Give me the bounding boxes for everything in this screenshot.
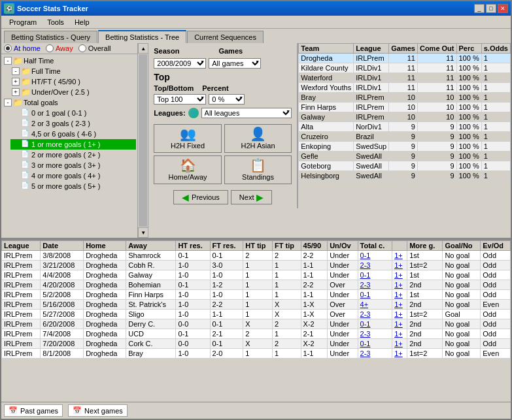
next-button[interactable]: Next ▶ xyxy=(231,190,273,204)
stats-row[interactable]: Cruzeiro Brazil 9 9 100 % 1 xyxy=(299,132,511,142)
data-table: LeagueDateHomeAwayHT res.FT res.HT tipFT… xyxy=(1,240,511,359)
tab-tree[interactable]: Betting Statistics - Tree xyxy=(98,30,186,43)
stats-row[interactable]: Goteborg SwedAll 9 9 100 % 1 xyxy=(299,161,511,171)
cell-d-moreg: 2nd xyxy=(407,319,443,329)
cell-league: SwedAll xyxy=(354,152,389,161)
tree-item-htft[interactable]: + 📁 HT/FT ( 45/90 ) xyxy=(10,76,136,87)
folder-icon: 📁 xyxy=(13,56,22,65)
data-row[interactable]: IRLPrem 5/2/2008 Drogheda Finn Harps 1-0… xyxy=(2,290,511,300)
scroll-up-btn[interactable]: ▲ xyxy=(138,43,148,54)
tree-item-4ormore[interactable]: 📄 4 or more goals ( 4+ ) xyxy=(10,170,136,181)
stats-row[interactable]: Enkoping SwedSup 9 9 100 % 1 xyxy=(299,142,511,152)
past-games-label: Past games xyxy=(20,407,58,415)
expand-underover[interactable]: + xyxy=(12,88,20,96)
cell-games: 9 xyxy=(389,142,418,152)
standings-button[interactable]: 📋 Standings xyxy=(224,155,292,184)
radio-home-circle xyxy=(4,44,12,52)
h2h-fixed-button[interactable]: 👥 H2H Fixed xyxy=(154,124,222,153)
close-button[interactable]: ✕ xyxy=(498,4,508,13)
cell-team: Galway xyxy=(299,112,354,122)
cell-d-plus: 1+ xyxy=(392,290,407,300)
cell-d-evod: Odd xyxy=(481,261,511,270)
cell-d-plus: 1+ xyxy=(392,280,407,290)
tree-item-0or1[interactable]: 📄 0 or 1 goal ( 0-1 ) xyxy=(10,108,136,118)
scroll-thumb[interactable] xyxy=(139,54,147,227)
stats-row[interactable]: Wexford Youths IRLDiv1 11 11 100 % 1 xyxy=(299,83,511,93)
expand-htft[interactable]: + xyxy=(12,78,20,86)
stats-row[interactable]: Finn Harps IRLPrem 10 10 100 % 1 xyxy=(299,103,511,112)
tab-current[interactable]: Current Sequences xyxy=(187,31,264,43)
cell-d-ftres: 0-1 xyxy=(210,339,243,349)
maximize-button[interactable]: □ xyxy=(486,4,496,13)
stats-row[interactable]: Gefle SwedAll 9 9 100 % 1 xyxy=(299,152,511,161)
data-row[interactable]: IRLPrem 8/1/2008 Drogheda Bray 1-0 2-0 1… xyxy=(2,349,511,359)
scroll-down-btn[interactable]: ▼ xyxy=(138,227,148,238)
games-select[interactable]: All games xyxy=(209,58,261,69)
tree-item-4or6[interactable]: 📄 4,5 or 6 goals ( 4-6 ) xyxy=(10,129,136,139)
data-row[interactable]: IRLPrem 4/4/2008 Drogheda Galway 1-0 1-0… xyxy=(2,270,511,280)
past-games-item[interactable]: 📅 Past games xyxy=(4,404,63,417)
expand-halftime[interactable]: - xyxy=(4,57,12,65)
expand-fulltime[interactable]: - xyxy=(12,67,20,75)
cell-d-ftres: 1-0 xyxy=(210,270,243,280)
tree-item-2ormore[interactable]: 📄 2 or more goals ( 2+ ) xyxy=(10,150,136,160)
tree-item-underover[interactable]: + 📁 Under/Over ( 2.5 ) xyxy=(10,87,136,97)
topbottom-select[interactable]: Top 100 xyxy=(154,94,206,105)
radio-home[interactable]: At home xyxy=(4,44,41,52)
cell-team: Gefle xyxy=(299,152,354,161)
data-row[interactable]: IRLPrem 3/21/2008 Drogheda Cobh R. 1-0 3… xyxy=(2,261,511,270)
cell-comeout: 10 xyxy=(417,103,456,112)
data-row[interactable]: IRLPrem 5/27/2008 Drogheda Sligo 1-0 1-1… xyxy=(2,310,511,319)
cell-d-unov: Under xyxy=(328,349,358,359)
h2h-asian-button[interactable]: 👤 H2H Asian xyxy=(224,124,292,153)
next-games-item[interactable]: 📅 Next games xyxy=(68,404,128,417)
stats-row[interactable]: Helsingborg SwedAll 9 9 100 % 1 xyxy=(299,171,511,181)
tree-item-fulltime[interactable]: - 📁 Full Time xyxy=(10,66,136,76)
stats-row[interactable]: Waterford IRLDiv1 11 11 100 % 1 xyxy=(299,73,511,83)
cell-d-htres: 0-1 xyxy=(176,251,210,261)
cell-perc: 100 % xyxy=(456,83,481,93)
data-row[interactable]: IRLPrem 7/20/2008 Drogheda Cork C. 0-0 0… xyxy=(2,339,511,349)
tree-item-halftime[interactable]: - 📁 Half Time xyxy=(3,56,136,66)
menu-help[interactable]: Help xyxy=(69,18,95,27)
tab-query[interactable]: Betting Statistics - Query xyxy=(4,31,97,43)
cell-d-htres: 1-0 xyxy=(176,349,210,359)
cell-d-htres: 1-0 xyxy=(176,261,210,270)
data-row[interactable]: IRLPrem 7/4/2008 Drogheda UCD 0-1 2-1 2 … xyxy=(2,329,511,339)
tree-item-5ormore[interactable]: 📄 5 or more goals ( 5+ ) xyxy=(10,181,136,191)
tree-item-3ormore[interactable]: 📄 3 or more goals ( 3+ ) xyxy=(10,160,136,170)
data-row[interactable]: IRLPrem 3/8/2008 Drogheda Shamrock 0-1 0… xyxy=(2,251,511,261)
cell-perc: 100 % xyxy=(456,54,481,63)
tree-item-2or3[interactable]: 📄 2 or 3 goals ( 2-3 ) xyxy=(10,118,136,129)
cell-games: 9 xyxy=(389,161,418,171)
tree-item-1ormore[interactable]: 📄 1 or more goals ( 1+ ) xyxy=(10,139,136,150)
minimize-button[interactable]: _ xyxy=(474,4,485,13)
stats-row[interactable]: Drogheda IRLPrem 11 11 100 % 1 xyxy=(299,54,511,63)
stats-table-area: Team League Games Come Out Perc s.Odds D… xyxy=(298,43,511,208)
data-row[interactable]: IRLPrem 6/20/2008 Drogheda Derry C. 0-0 … xyxy=(2,319,511,329)
previous-button[interactable]: ◀ Previous xyxy=(173,190,228,204)
stats-row[interactable]: Kildare County IRLDiv1 11 11 100 % 1 xyxy=(299,63,511,73)
menu-tools[interactable]: Tools xyxy=(42,18,69,27)
expand-totalgoals[interactable]: - xyxy=(4,99,12,106)
stats-row[interactable]: Alta NorDiv1 9 9 100 % 1 xyxy=(299,122,511,132)
menu-program[interactable]: Program xyxy=(4,18,42,27)
cell-d-goaln: No goal xyxy=(443,329,481,339)
cell-d-htres: 1-0 xyxy=(176,300,210,310)
radio-away[interactable]: Away xyxy=(46,44,73,52)
stats-row[interactable]: Galway IRLPrem 10 10 100 % 1 xyxy=(299,112,511,122)
cell-d-league: IRLPrem xyxy=(2,329,41,339)
stats-row[interactable]: Bray IRLPrem 10 10 100 % 1 xyxy=(299,93,511,103)
radio-overall[interactable]: Overall xyxy=(78,44,111,52)
home-away-button[interactable]: 🏠 Home/Away xyxy=(154,155,222,184)
tree-item-totalgoals[interactable]: - 📁 Total goals xyxy=(3,97,136,108)
data-row[interactable]: IRLPrem 4/20/2008 Drogheda Bohemian 0-1 … xyxy=(2,280,511,290)
status-bar: 📅 Past games 📅 Next games xyxy=(1,402,511,419)
cell-d-unov: Over xyxy=(328,300,358,310)
season-select[interactable]: 2008/2009 xyxy=(154,58,206,69)
tree-scrollbar[interactable]: ▲ ▼ xyxy=(137,43,148,238)
leagues-select[interactable]: All leagues xyxy=(201,108,292,118)
cell-sodds: 1 xyxy=(481,161,510,171)
data-row[interactable]: IRLPrem 5/16/2008 Drogheda St. Patrick's… xyxy=(2,300,511,310)
percent-select[interactable]: 0 % xyxy=(209,94,245,105)
